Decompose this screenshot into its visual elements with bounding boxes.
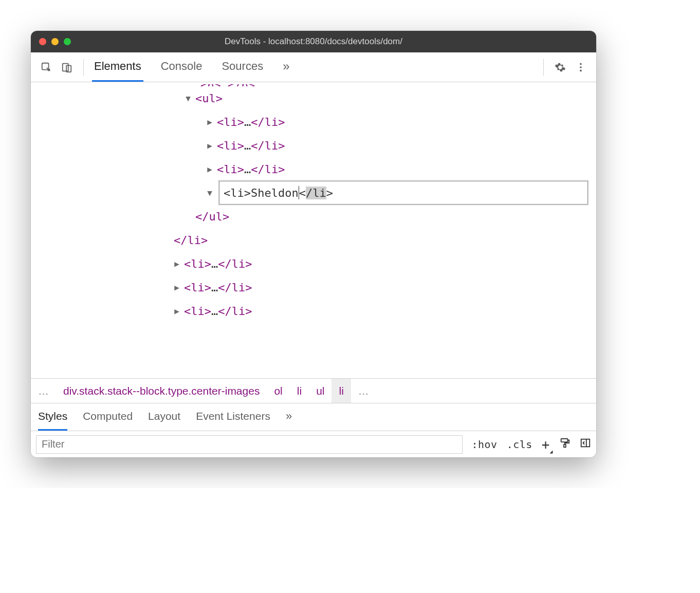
styles-filter-input[interactable]	[36, 435, 463, 454]
window-title: DevTools - localhost:8080/docs/devtools/…	[225, 36, 402, 47]
breadcrumb: … div.stack.stack--block.type.center-ima…	[31, 378, 596, 403]
svg-point-4	[580, 66, 582, 68]
inspect-element-icon[interactable]	[38, 59, 54, 76]
chevron-down-icon[interactable]: ▼	[184, 94, 192, 103]
toggle-sidebar-icon[interactable]	[580, 437, 591, 451]
toolbar-separator	[543, 59, 544, 76]
chevron-down-icon[interactable]: ▼	[206, 188, 214, 198]
tab-console[interactable]: Console	[159, 52, 205, 82]
device-toggle-icon[interactable]	[59, 59, 75, 76]
svg-point-3	[580, 63, 582, 65]
tree-row-li[interactable]: ▶<li>…</li>	[31, 275, 596, 299]
tree-row-li-close[interactable]: </li>	[31, 228, 596, 252]
breadcrumb-item-active[interactable]: li	[331, 379, 351, 403]
styles-filter-row: :hov .cls +◢	[31, 431, 596, 457]
minimize-window-button[interactable]	[51, 38, 59, 45]
settings-icon[interactable]	[552, 59, 568, 76]
paint-icon[interactable]	[559, 437, 570, 451]
chevron-right-icon[interactable]: ▶	[206, 117, 214, 127]
tab-sources[interactable]: Sources	[219, 52, 265, 82]
kebab-menu-icon[interactable]	[573, 59, 589, 76]
svg-rect-6	[561, 439, 568, 442]
tree-row-li[interactable]: ▶<li>…</li>	[31, 134, 596, 157]
tree-row-li[interactable]: ▶<li>…</li>	[31, 299, 596, 323]
breadcrumb-item[interactable]: div.stack.stack--block.type.center-image…	[56, 379, 267, 403]
tab-overflow-icon[interactable]: »	[286, 403, 292, 431]
breadcrumb-item[interactable]: ul	[309, 379, 331, 403]
svg-rect-7	[564, 444, 566, 448]
tab-elements[interactable]: Elements	[92, 52, 143, 82]
tree-row-ul-close[interactable]: </ul>	[31, 205, 596, 228]
panel-tabs: Elements Console Sources »	[92, 52, 292, 82]
tree-row-edit[interactable]: ▼ <li>Sheldon</li>	[31, 181, 596, 205]
tab-layout[interactable]: Layout	[148, 403, 180, 431]
chevron-right-icon[interactable]: ▶	[173, 259, 181, 269]
tab-computed[interactable]: Computed	[83, 403, 133, 431]
svg-rect-1	[63, 63, 68, 71]
tab-styles[interactable]: Styles	[38, 403, 67, 431]
breadcrumb-item[interactable]: ol	[267, 379, 289, 403]
devtools-window: DevTools - localhost:8080/docs/devtools/…	[31, 31, 596, 457]
tree-row-li[interactable]: ▶<li>…</li>	[31, 110, 596, 134]
tab-event-listeners[interactable]: Event Listeners	[196, 403, 270, 431]
tree-row-li[interactable]: ▶<li>…</li>	[31, 157, 596, 181]
traffic-lights	[39, 38, 71, 45]
breadcrumb-overflow-right[interactable]: …	[351, 379, 376, 403]
dom-tree[interactable]: <p>…</p> ▼<ul> ▶<li>…</li> ▶<li>…</li> ▶…	[31, 82, 596, 378]
close-window-button[interactable]	[39, 38, 46, 45]
new-style-rule-icon[interactable]: +◢	[542, 437, 550, 452]
chevron-right-icon[interactable]: ▶	[206, 141, 214, 151]
titlebar: DevTools - localhost:8080/docs/devtools/…	[31, 31, 596, 52]
svg-point-5	[580, 69, 582, 71]
toolbar-separator	[83, 59, 84, 76]
maximize-window-button[interactable]	[64, 38, 71, 45]
toolbar-right	[539, 59, 589, 76]
breadcrumb-overflow-left[interactable]: …	[31, 379, 56, 403]
chevron-right-icon[interactable]: ▶	[206, 164, 214, 174]
main-toolbar: Elements Console Sources »	[31, 52, 596, 82]
tab-overflow-icon[interactable]: »	[281, 52, 291, 82]
tree-row-ul[interactable]: ▼<ul>	[31, 86, 596, 110]
breadcrumb-item[interactable]: li	[290, 379, 309, 403]
cls-toggle[interactable]: .cls	[507, 438, 532, 451]
hov-toggle[interactable]: :hov	[472, 438, 498, 451]
chevron-right-icon[interactable]: ▶	[173, 283, 181, 292]
tree-row-li[interactable]: ▶<li>…</li>	[31, 252, 596, 275]
html-edit-input[interactable]: <li>Sheldon</li>	[219, 181, 588, 205]
chevron-right-icon[interactable]: ▶	[173, 306, 181, 316]
styles-panel-tabs: Styles Computed Layout Event Listeners »	[31, 403, 596, 431]
